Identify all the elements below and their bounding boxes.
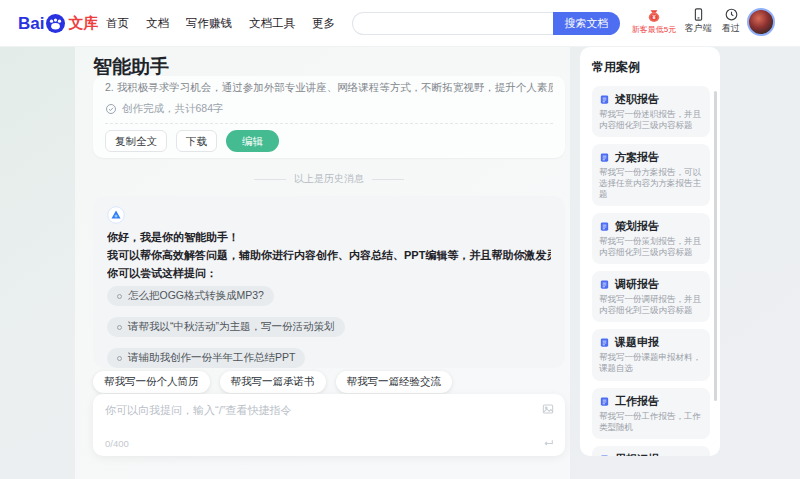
case-description: 帮我写一份课题申报材料，课题自选 bbox=[599, 352, 703, 374]
divider-line bbox=[372, 179, 404, 180]
logo-bai-text: Bai bbox=[18, 14, 44, 34]
case-title: 策划报告 bbox=[615, 219, 659, 234]
divider-line bbox=[254, 179, 286, 180]
history-divider-label: 以上是历史消息 bbox=[294, 172, 364, 186]
history-result-card: 2. 我积极寻求学习机会，通过参加外部专业讲座、网络课程等方式，不断拓宽视野，提… bbox=[93, 76, 565, 158]
check-circle-icon bbox=[105, 103, 117, 115]
assistant-intro: 我可以帮你高效解答问题，辅助你进行内容创作、内容总结、PPT编辑等，并且帮助你激… bbox=[107, 246, 551, 264]
client-label: 客户端 bbox=[682, 23, 714, 35]
sidebar-scrollbar[interactable] bbox=[714, 91, 717, 401]
result-actions: 复制全文 下载 编辑 bbox=[105, 130, 279, 152]
nav-links: 首页 文档 写作赚钱 文档工具 更多 bbox=[106, 0, 335, 47]
client-app-entry[interactable]: 客户端 bbox=[682, 7, 714, 35]
case-list: 述职报告 帮我写一份述职报告，并且内容细化到三级内容标题 方案报告 帮我写一份方… bbox=[592, 86, 710, 456]
document-icon bbox=[599, 396, 610, 407]
suggested-prompt-label: 请帮我以“中秋活动”为主题，写一份活动策划 bbox=[128, 320, 335, 334]
case-title: 方案报告 bbox=[615, 150, 659, 165]
assistant-greeting: 你好，我是你的智能助手！ bbox=[107, 228, 551, 246]
creation-status: 创作完成，共计684字 bbox=[105, 102, 224, 116]
case-title: 思想汇报 bbox=[615, 452, 659, 456]
nav-link[interactable]: 文档工具 bbox=[249, 16, 295, 31]
quick-actions: 帮我写一份个人简历 帮我写一篇承诺书 帮我写一篇经验交流 bbox=[93, 371, 452, 393]
baidu-paw-icon bbox=[46, 14, 65, 33]
case-header: 工作报告 bbox=[599, 394, 703, 409]
document-icon bbox=[599, 337, 610, 348]
copy-all-button[interactable]: 复制全文 bbox=[105, 130, 167, 152]
case-description: 帮我写一份调研报告，并且内容细化到三级内容标题 bbox=[599, 294, 703, 316]
common-cases-sidebar: 常用案例 述职报告 帮我写一份述职报告，并且内容细化到三级内容标题 bbox=[580, 47, 720, 456]
suggested-prompt-label: 请辅助我创作一份半年工作总结PPT bbox=[128, 351, 295, 365]
suggested-prompt[interactable]: 请帮我以“中秋活动”为主题，写一份活动策划 bbox=[107, 317, 345, 337]
bullet-dot-icon bbox=[117, 294, 122, 299]
case-title: 工作报告 bbox=[615, 394, 659, 409]
char-counter: 0/400 bbox=[105, 438, 129, 449]
case-header: 述职报告 bbox=[599, 92, 703, 107]
suggested-prompt[interactable]: 请辅助我创作一份半年工作总结PPT bbox=[107, 348, 305, 368]
case-header: 课题申报 bbox=[599, 335, 703, 350]
baidu-wenku-logo[interactable]: Bai 文库 bbox=[18, 0, 98, 47]
suggested-prompt[interactable]: 怎么把OGG格式转换成MP3? bbox=[107, 286, 274, 306]
case-card[interactable]: 调研报告 帮我写一份调研报告，并且内容细化到三级内容标题 bbox=[592, 271, 710, 322]
nav-link[interactable]: 更多 bbox=[312, 16, 335, 31]
sidebar-title: 常用案例 bbox=[592, 59, 710, 76]
quick-action-pill[interactable]: 帮我写一篇经验交流 bbox=[336, 371, 453, 393]
case-header: 策划报告 bbox=[599, 219, 703, 234]
clock-icon bbox=[724, 7, 739, 22]
assistant-prompt-label: 你可以尝试这样提问： bbox=[107, 264, 551, 282]
suggested-prompts: 怎么把OGG格式转换成MP3? 请帮我以“中秋活动”为主题，写一份活动策划 请辅… bbox=[107, 286, 551, 368]
user-avatar[interactable] bbox=[747, 8, 775, 36]
case-header: 思想汇报 bbox=[599, 452, 703, 456]
bullet-dot-icon bbox=[117, 325, 122, 330]
case-title: 课题申报 bbox=[615, 335, 659, 350]
search-bar: 搜索文档 bbox=[352, 12, 620, 35]
assistant-avatar-icon bbox=[107, 206, 125, 224]
download-button[interactable]: 下载 bbox=[176, 130, 217, 152]
nav-link[interactable]: 写作赚钱 bbox=[186, 16, 232, 31]
case-header: 调研报告 bbox=[599, 277, 703, 292]
case-description: 帮我写一份工作报告，工作类型随机 bbox=[599, 411, 703, 433]
case-card[interactable]: 策划报告 帮我写一份策划报告，并且内容细化到三级内容标题 bbox=[592, 213, 710, 264]
case-description: 帮我写一份述职报告，并且内容细化到三级内容标题 bbox=[599, 109, 703, 131]
document-excerpt: 2. 我积极寻求学习机会，通过参加外部专业讲座、网络课程等方式，不断拓宽视野，提… bbox=[105, 81, 553, 95]
logo-wenku-text: 文库 bbox=[68, 14, 98, 33]
case-title: 调研报告 bbox=[615, 277, 659, 292]
history-divider: 以上是历史消息 bbox=[93, 172, 565, 186]
chat-input-card: 0/400 bbox=[93, 394, 565, 456]
case-card[interactable]: 思想汇报 帮我写一份思想汇报 bbox=[592, 446, 710, 456]
image-upload-icon[interactable] bbox=[541, 402, 555, 416]
edit-button[interactable]: 编辑 bbox=[226, 130, 279, 152]
nav-link[interactable]: 文档 bbox=[146, 16, 169, 31]
document-icon bbox=[599, 454, 610, 456]
nav-link[interactable]: 首页 bbox=[106, 16, 129, 31]
search-input[interactable] bbox=[352, 12, 553, 35]
assistant-message-card: 你好，我是你的智能助手！ 我可以帮你高效解答问题，辅助你进行内容创作、内容总结、… bbox=[93, 196, 565, 368]
document-icon bbox=[599, 94, 610, 105]
case-card[interactable]: 方案报告 帮我写一份方案报告，可以选择任意内容为方案报告主题 bbox=[592, 144, 710, 206]
phone-icon bbox=[691, 7, 706, 22]
case-card[interactable]: 课题申报 帮我写一份课题申报材料，课题自选 bbox=[592, 329, 710, 380]
bullet-dot-icon bbox=[117, 356, 122, 361]
promo-label: 新客最低5元 bbox=[630, 25, 678, 35]
document-icon bbox=[599, 279, 610, 290]
status-text: 创作完成，共计684字 bbox=[122, 102, 224, 116]
case-card[interactable]: 述职报告 帮我写一份述职报告，并且内容细化到三级内容标题 bbox=[592, 86, 710, 137]
document-icon bbox=[599, 152, 610, 163]
enter-send-icon[interactable] bbox=[542, 437, 555, 450]
quick-action-pill[interactable]: 帮我写一份个人简历 bbox=[93, 371, 210, 393]
case-description: 帮我写一份方案报告，可以选择任意内容为方案报告主题 bbox=[599, 167, 703, 200]
top-navbar: Bai 文库 首页 文档 写作赚钱 文档工具 更多 搜索文档 bbox=[0, 0, 800, 47]
case-title: 述职报告 bbox=[615, 92, 659, 107]
seen-label: 看过 bbox=[718, 23, 744, 35]
chat-input[interactable] bbox=[93, 394, 565, 456]
promo-gift-icon: ¥ bbox=[645, 6, 663, 24]
dashed-divider bbox=[105, 123, 553, 124]
new-customer-promo[interactable]: ¥ 新客最低5元 bbox=[630, 6, 678, 35]
document-icon bbox=[599, 221, 610, 232]
recently-viewed-entry[interactable]: 看过 bbox=[718, 7, 744, 35]
search-docs-button[interactable]: 搜索文档 bbox=[553, 12, 620, 35]
suggested-prompt-label: 怎么把OGG格式转换成MP3? bbox=[128, 289, 264, 303]
case-header: 方案报告 bbox=[599, 150, 703, 165]
case-description: 帮我写一份策划报告，并且内容细化到三级内容标题 bbox=[599, 236, 703, 258]
case-card[interactable]: 工作报告 帮我写一份工作报告，工作类型随机 bbox=[592, 388, 710, 439]
quick-action-pill[interactable]: 帮我写一篇承诺书 bbox=[220, 371, 326, 393]
